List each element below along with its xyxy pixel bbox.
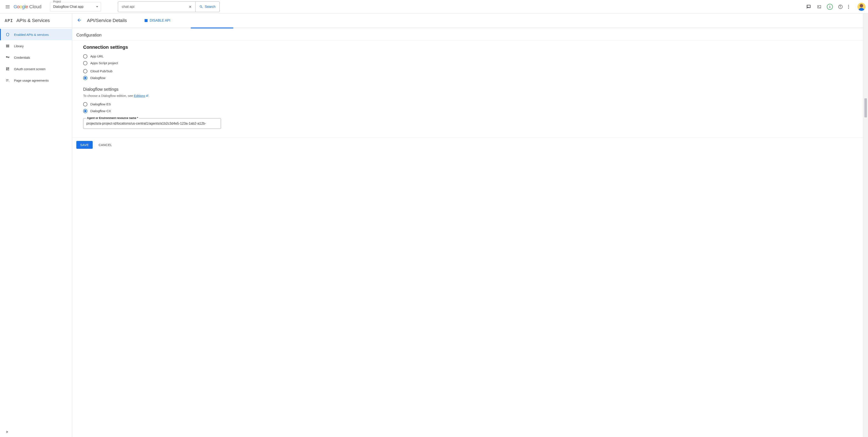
- sidebar-item-label: Enabled APIs & services: [14, 33, 49, 36]
- cloud-shell-icon[interactable]: [816, 4, 822, 10]
- sidebar-item-library[interactable]: Library: [0, 40, 72, 52]
- dialogflow-helper-text: To choose a Dialogflow edition, see Edit…: [83, 94, 863, 98]
- chevron-down-icon: [96, 6, 98, 7]
- radio-label: Dialogflow: [90, 76, 105, 80]
- search-box: Search: [118, 1, 220, 12]
- connection-option-apps-script[interactable]: Apps Script project: [83, 60, 863, 67]
- main-content: API/Service Details DISABLE API Configur…: [72, 13, 863, 437]
- tab-strip: [72, 28, 863, 29]
- collapse-sidebar-icon[interactable]: [0, 427, 72, 437]
- sidebar-item-label: Page usage agreements: [14, 79, 49, 82]
- radio-label: Dialogflow CX: [90, 109, 111, 113]
- radio-icon: [83, 69, 87, 73]
- back-arrow-icon[interactable]: [77, 18, 82, 23]
- search-button[interactable]: Search: [195, 2, 219, 12]
- cloud-wordmark: Cloud: [29, 4, 41, 9]
- sidebar-nav: Enabled APIs & services Library Credenti…: [0, 28, 72, 86]
- scrollbar-thumb[interactable]: [864, 98, 867, 117]
- sidebar-item-credentials[interactable]: Credentials: [0, 52, 72, 63]
- configuration-heading: Configuration: [72, 33, 863, 40]
- notification-count: 1: [829, 5, 831, 8]
- google-cloud-logo[interactable]: Google Cloud: [13, 4, 41, 9]
- radio-icon: [83, 109, 87, 113]
- radio-icon: [83, 54, 87, 59]
- feedback-icon[interactable]: [806, 4, 812, 10]
- sidebar-product-header[interactable]: API APIs & Services: [0, 13, 72, 28]
- project-name: Dialogflow Chat app: [53, 5, 84, 9]
- save-button[interactable]: SAVE: [76, 141, 93, 149]
- library-icon: [5, 44, 10, 48]
- disable-api-button[interactable]: DISABLE API: [145, 19, 170, 23]
- google-wordmark: Google: [13, 4, 28, 9]
- connection-settings-heading: Connection settings: [83, 44, 863, 50]
- sidebar: API APIs & Services Enabled APIs & servi…: [0, 13, 72, 437]
- radio-icon: [83, 61, 87, 65]
- radio-label: Cloud Pub/Sub: [90, 69, 112, 73]
- radio-label: Apps Script project: [90, 61, 118, 65]
- field-label: Agent or Environment resource name *: [86, 116, 139, 120]
- dialogflow-settings-heading: Dialogflow settings: [83, 87, 863, 92]
- consent-icon: [5, 67, 10, 71]
- account-avatar[interactable]: [858, 3, 865, 11]
- project-picker-label: Project: [52, 0, 62, 3]
- connection-option-dialogflow[interactable]: Dialogflow: [83, 74, 863, 82]
- notifications-badge[interactable]: 1: [827, 4, 833, 10]
- radio-icon: [83, 102, 87, 106]
- cancel-button[interactable]: CANCEL: [99, 143, 112, 147]
- radio-icon: [83, 76, 87, 80]
- radio-label: Dialogflow ES: [90, 102, 111, 106]
- search-input[interactable]: [118, 5, 185, 9]
- sidebar-item-label: Credentials: [14, 56, 30, 59]
- page-header: API/Service Details DISABLE API: [72, 13, 863, 28]
- editions-link[interactable]: Editions: [134, 94, 145, 97]
- external-link-icon: [146, 94, 149, 98]
- dialogflow-option-es[interactable]: Dialogflow ES: [83, 101, 863, 108]
- dialogflow-option-cx[interactable]: Dialogflow CX: [83, 108, 863, 115]
- disable-api-label: DISABLE API: [150, 19, 170, 23]
- clear-search-icon[interactable]: [185, 5, 195, 8]
- top-utility-icons: 1: [806, 3, 865, 11]
- more-menu-icon[interactable]: [848, 5, 849, 9]
- sidebar-item-label: Library: [14, 44, 24, 48]
- sidebar-item-enabled-apis[interactable]: Enabled APIs & services: [0, 29, 72, 40]
- search-icon: [199, 5, 203, 9]
- api-icon: API: [5, 18, 13, 23]
- agent-resource-name-field: Agent or Environment resource name *: [83, 118, 221, 129]
- key-icon: [5, 55, 10, 60]
- radio-label: App URL: [90, 55, 104, 58]
- form-actions: SAVE CANCEL: [72, 137, 863, 152]
- sidebar-item-oauth-consent[interactable]: OAuth consent screen: [0, 63, 72, 74]
- enabled-apis-icon: [5, 32, 10, 37]
- agreements-icon: [5, 78, 10, 83]
- active-tab-indicator: [191, 28, 233, 28]
- agent-resource-name-input[interactable]: [83, 119, 221, 129]
- search-button-label: Search: [205, 5, 216, 9]
- sidebar-item-page-usage[interactable]: Page usage agreements: [0, 74, 72, 86]
- help-icon[interactable]: [837, 4, 843, 10]
- page-title: API/Service Details: [87, 18, 127, 23]
- top-bar: Google Cloud Project Dialogflow Chat app…: [0, 0, 868, 13]
- project-picker[interactable]: Project Dialogflow Chat app: [50, 2, 101, 12]
- scrollbar-track[interactable]: [863, 13, 868, 437]
- connection-option-app-url[interactable]: App URL: [83, 53, 863, 60]
- menu-icon[interactable]: [3, 2, 13, 12]
- sidebar-product-title: APIs & Services: [16, 18, 50, 23]
- stop-icon: [145, 19, 148, 22]
- connection-option-pubsub[interactable]: Cloud Pub/Sub: [83, 68, 863, 74]
- sidebar-item-label: OAuth consent screen: [14, 67, 45, 71]
